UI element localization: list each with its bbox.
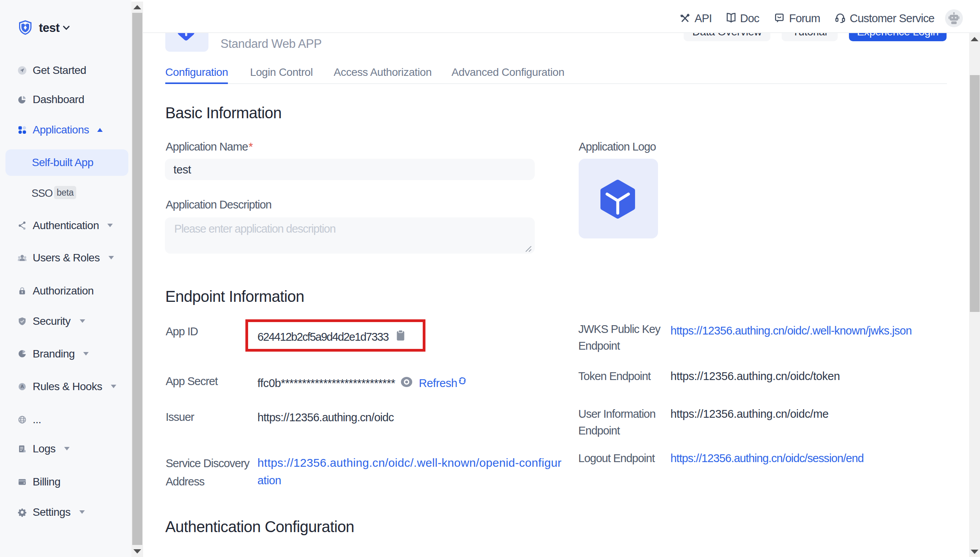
svg-text:A: A — [21, 384, 24, 389]
